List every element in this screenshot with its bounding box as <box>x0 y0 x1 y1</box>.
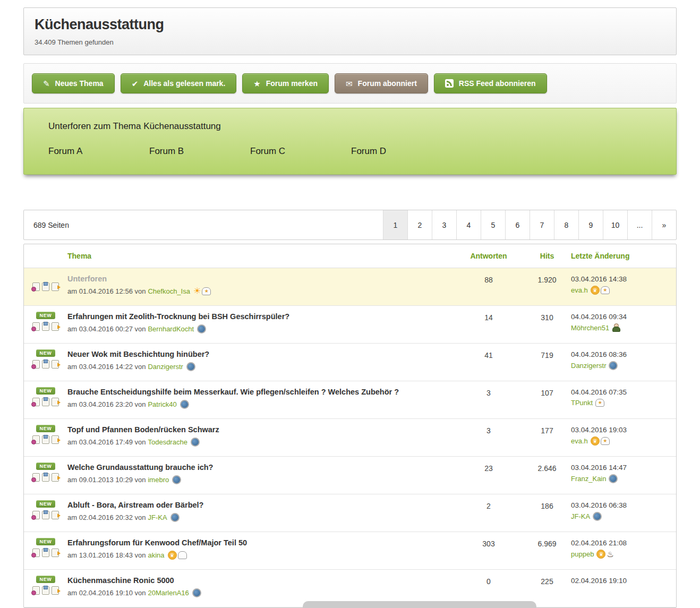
topic-title-link[interactable]: Küchenmaschine Ronic 5000 <box>67 576 174 585</box>
page-button-5[interactable]: 5 <box>481 210 505 239</box>
topic-preview-icon[interactable] <box>32 398 40 406</box>
topic-lastpost-icon[interactable] <box>52 473 59 482</box>
topic-watch-icon[interactable] <box>42 586 49 595</box>
topic-watch-icon[interactable] <box>42 360 49 369</box>
last-change-user-link[interactable]: puppeb <box>571 550 594 558</box>
topic-author-link[interactable]: 20MarlenA16 <box>148 589 189 597</box>
topic-lastpost-icon[interactable] <box>52 586 59 595</box>
row-gutter: NEW <box>24 576 67 595</box>
last-change-line: JF-KA <box>571 512 670 521</box>
topic-preview-icon[interactable] <box>32 282 40 291</box>
topic-title-link[interactable]: Erfahrungsforum für Kenwood Chef/Major T… <box>67 538 247 547</box>
page-button-3[interactable]: 3 <box>432 210 456 239</box>
subforum-link-d[interactable]: Forum D <box>351 146 452 157</box>
page-button-10[interactable]: 10 <box>603 210 627 239</box>
last-change-date: 04.04.2016 08:36 <box>571 349 670 358</box>
topic-watch-icon[interactable] <box>42 511 49 519</box>
topic-watch-icon[interactable] <box>42 282 49 291</box>
author-badges <box>191 438 200 447</box>
subforum-link-a[interactable]: Forum A <box>48 146 149 157</box>
page-button-2[interactable]: 2 <box>407 210 432 239</box>
rss-subscribe-button[interactable]: RSS Feed abonnieren <box>434 73 547 93</box>
row-doc-icons <box>32 282 59 291</box>
page-button-4[interactable]: 4 <box>456 210 481 239</box>
topic-title-link[interactable]: Abluft - Bora, Airstream oder Bärbel? <box>67 501 203 509</box>
topic-preview-icon[interactable] <box>32 511 40 519</box>
topic-lastpost-icon[interactable] <box>52 511 59 519</box>
author-badges <box>197 324 206 333</box>
topic-title-link[interactable]: Neuer Wok mit Beschichtung hinüber? <box>67 350 209 358</box>
topic-lastpost-icon[interactable] <box>52 360 59 369</box>
last-change-user-link[interactable]: Möhrchen51 <box>571 324 609 332</box>
topic-watch-icon[interactable] <box>42 398 49 406</box>
topic-title-link[interactable]: Topf und Pfannen Boden/rücken Schwarz <box>67 425 219 434</box>
topic-title-link[interactable]: Unterforen <box>67 275 107 283</box>
topic-preview-icon[interactable] <box>32 549 40 557</box>
member-badge-icon <box>593 512 602 521</box>
topic-lastpost-icon[interactable] <box>52 322 59 331</box>
row-gutter: NEW <box>24 274 67 291</box>
author-badges <box>172 475 181 484</box>
last-user-badges: ♛♨ <box>596 550 613 559</box>
topic-author-link[interactable]: Danzigerstr <box>148 363 183 371</box>
last-change-user-link[interactable]: eva.h <box>571 437 588 445</box>
row-gutter: NEW <box>24 387 67 406</box>
page-button-9[interactable]: 9 <box>578 210 603 239</box>
topic-watch-icon[interactable] <box>42 435 49 444</box>
topic-author-link[interactable]: imebro <box>148 476 169 484</box>
last-change-user-link[interactable]: Franz_Kain <box>571 475 606 483</box>
last-change-line: Franz_Kain <box>571 474 670 483</box>
last-user-badges: ♛★ <box>591 286 610 295</box>
table-row: NEW Unterforen am 01.04.2016 12:56 von C… <box>24 268 676 306</box>
topic-lastpost-icon[interactable] <box>52 549 59 557</box>
replies-count: 3 <box>454 425 523 435</box>
last-change-user-link[interactable]: JF-KA <box>571 512 590 520</box>
last-change-date: 03.04.2016 06:38 <box>571 500 670 509</box>
subforum-link-c[interactable]: Forum C <box>250 146 351 157</box>
topic-watch-icon[interactable] <box>42 473 49 482</box>
topic-lastpost-icon[interactable] <box>52 282 59 291</box>
topic-author-link[interactable]: akina <box>148 551 164 559</box>
topic-lastpost-icon[interactable] <box>52 435 59 444</box>
topic-title-link[interactable]: Welche Grundausstattung brauche ich? <box>67 463 213 472</box>
page-button-1[interactable]: 1 <box>383 210 407 239</box>
topic-lastpost-icon[interactable] <box>52 398 59 406</box>
last-change-user-link[interactable]: Danzigerstr <box>571 362 606 370</box>
new-badge: NEW <box>36 538 56 545</box>
topic-preview-icon[interactable] <box>32 322 40 331</box>
mark-all-read-button[interactable]: ✔ Alles als gelesen mark. <box>121 73 237 93</box>
replies-count: 3 <box>454 387 523 397</box>
topic-preview-icon[interactable] <box>32 586 40 595</box>
member-badge-icon <box>180 400 189 409</box>
last-change-date: 02.04.2016 19:10 <box>571 576 670 585</box>
new-badge: NEW <box>36 312 56 319</box>
page-button-next[interactable]: » <box>652 210 676 239</box>
page-button-6[interactable]: 6 <box>505 210 530 239</box>
new-topic-button[interactable]: ✎ Neues Thema <box>32 73 115 93</box>
topic-watch-icon[interactable] <box>42 322 49 331</box>
page-button-8[interactable]: 8 <box>554 210 578 239</box>
member-badge-icon <box>609 361 618 370</box>
author-badges <box>186 362 195 371</box>
topic-author-link[interactable]: Chefkoch_Isa <box>148 287 190 295</box>
topic-author-link[interactable]: Patrick40 <box>148 400 176 408</box>
page-button-7[interactable]: 7 <box>530 210 554 239</box>
bottom-bar <box>303 601 536 608</box>
topic-author-link[interactable]: JF-KA <box>148 513 167 521</box>
subforum-link-b[interactable]: Forum B <box>149 146 250 157</box>
topic-author-link[interactable]: BernhardKocht <box>148 325 194 333</box>
forum-subscribed-button[interactable]: ✉ Forum abonniert <box>335 73 428 93</box>
topic-preview-icon[interactable] <box>32 360 40 369</box>
last-change-user-link[interactable]: TPunkt <box>571 399 593 407</box>
topic-preview-icon[interactable] <box>32 435 40 444</box>
last-user-badges <box>609 361 618 370</box>
page-button-ellipsis[interactable]: ... <box>627 210 652 239</box>
row-doc-icons <box>32 586 59 595</box>
topic-preview-icon[interactable] <box>32 473 40 482</box>
topic-title-link[interactable]: Erfahrungen mit Zeolith-Trocknung bei BS… <box>67 312 289 321</box>
topic-title-link[interactable]: Brauche Entscheidungshilfe beim Messerka… <box>67 388 399 396</box>
topic-watch-icon[interactable] <box>42 549 49 557</box>
last-change-user-link[interactable]: eva.h <box>571 286 588 294</box>
topic-author-link[interactable]: Todesdrache <box>148 438 187 446</box>
bookmark-forum-button[interactable]: ★ Forum merken <box>242 73 329 93</box>
